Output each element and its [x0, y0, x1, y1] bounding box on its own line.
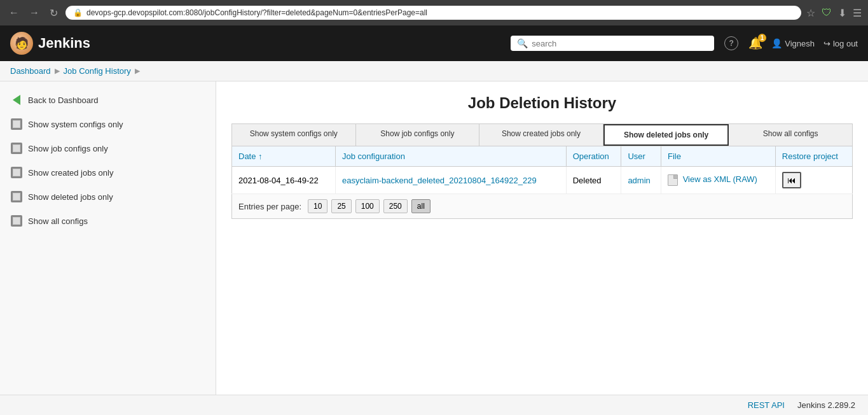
data-table: Date ↑ Job configuration Operation User …	[231, 146, 853, 194]
col-date[interactable]: Date ↑	[232, 146, 336, 167]
job-configs-icon	[10, 142, 23, 155]
xml-file-icon	[668, 174, 678, 186]
filter-tab-all-configs[interactable]: Show all configs	[729, 124, 852, 146]
page-title: Job Deletion History	[231, 94, 853, 112]
system-configs-icon	[10, 118, 23, 130]
filter-tab-created-jobs[interactable]: Show created jobs only	[479, 124, 603, 146]
menu-icon[interactable]: ☰	[853, 7, 862, 19]
back-button[interactable]: ←	[6, 6, 22, 20]
cell-date: 2021-08-04_16-49-22	[232, 167, 336, 194]
cell-user: admin	[621, 167, 661, 194]
logout-icon: ↪	[823, 39, 830, 48]
sidebar-system-configs-label: Show system configs only	[28, 120, 123, 129]
sidebar: Back to Dashboard Show system configs on…	[0, 81, 216, 395]
entries-250-btn[interactable]: 250	[383, 199, 408, 213]
sidebar-item-job-configs[interactable]: Show job configs only	[0, 136, 216, 160]
bookmark-icon[interactable]: ☆	[806, 7, 815, 19]
filter-tab-job-configs[interactable]: Show job configs only	[356, 124, 480, 146]
breadcrumb-sep1: ▶	[55, 67, 60, 75]
search-icon: 🔍	[517, 38, 528, 48]
download-icon[interactable]: ⬇	[838, 7, 846, 19]
col-user: User	[621, 146, 661, 167]
jenkins-header: 🧑 Jenkins 🔍 ? 🔔 1 👤 Vignesh ↪ log out	[0, 25, 868, 61]
jenkins-logo: 🧑 Jenkins	[10, 32, 90, 55]
breadcrumb-sep2: ▶	[135, 67, 140, 75]
view-xml-link[interactable]: View as XML	[683, 174, 731, 184]
breadcrumb: Dashboard ▶ Job Config History ▶	[0, 61, 868, 81]
sidebar-item-created-jobs[interactable]: Show created jobs only	[0, 160, 216, 185]
browser-icons: ☆ 🛡 ⬇ ☰	[806, 7, 862, 19]
breadcrumb-job-config-history[interactable]: Job Config History	[64, 66, 131, 76]
table-row: 2021-08-04_16-49-22 easyclaim-backend_de…	[232, 167, 853, 194]
user-icon: 👤	[771, 38, 782, 48]
sidebar-back-label: Back to Dashboard	[28, 95, 99, 105]
cell-job-config: easyclaim-backend_deleted_20210804_16492…	[335, 167, 566, 194]
sidebar-back-to-dashboard[interactable]: Back to Dashboard	[0, 88, 216, 112]
breadcrumb-dashboard[interactable]: Dashboard	[10, 66, 51, 76]
filter-tab-deleted-jobs[interactable]: Show deleted jobs only	[603, 124, 729, 146]
sidebar-all-configs-label: Show all configs	[28, 216, 88, 226]
entries-100-btn[interactable]: 100	[355, 199, 380, 213]
main-layout: Back to Dashboard Show system configs on…	[0, 81, 868, 395]
refresh-button[interactable]: ↻	[47, 6, 60, 20]
header-search-box[interactable]: 🔍	[511, 36, 714, 51]
jenkins-logo-icon: 🧑	[10, 32, 33, 55]
sidebar-job-configs-label: Show job configs only	[28, 144, 108, 153]
cell-operation: Deleted	[566, 167, 621, 194]
rest-api-link[interactable]: REST API	[748, 400, 785, 410]
sidebar-item-deleted-jobs[interactable]: Show deleted jobs only	[0, 185, 216, 209]
help-button[interactable]: ?	[724, 36, 738, 50]
username-label: Vignesh	[785, 39, 815, 48]
forward-button[interactable]: →	[27, 6, 42, 20]
search-input[interactable]	[532, 39, 708, 48]
cell-restore: ⏮	[775, 167, 852, 194]
col-file: File	[661, 146, 776, 167]
entries-label: Entries per page:	[238, 202, 301, 211]
notification-bell[interactable]: 🔔 1	[748, 36, 762, 50]
entries-all-btn[interactable]: all	[411, 199, 431, 213]
address-bar[interactable]: 🔒 devops-gcp.devopspilot.com:8080/jobCon…	[65, 6, 801, 20]
sidebar-deleted-jobs-label: Show deleted jobs only	[28, 192, 113, 202]
sidebar-item-system-configs[interactable]: Show system configs only	[0, 112, 216, 136]
notification-badge: 1	[758, 34, 767, 42]
restore-button[interactable]: ⏮	[782, 172, 801, 188]
col-job-config[interactable]: Job configuration	[335, 146, 566, 167]
col-restore: Restore project	[775, 146, 852, 167]
filter-tab-system-configs[interactable]: Show system configs only	[232, 124, 356, 146]
jenkins-version: Jenkins 2.289.2	[797, 400, 855, 410]
user-menu[interactable]: 👤 Vignesh	[771, 38, 815, 48]
raw-label[interactable]: (RAW)	[733, 174, 757, 184]
created-jobs-icon	[10, 166, 23, 179]
filter-tabs: Show system configs only Show job config…	[231, 123, 853, 146]
jenkins-title: Jenkins	[38, 35, 90, 52]
entries-per-page-row: Entries per page: 10 25 100 250 all	[231, 194, 853, 219]
job-config-link[interactable]: easyclaim-backend_deleted_20210804_16492…	[342, 176, 537, 185]
logout-label: log out	[833, 39, 858, 48]
cell-file: View as XML (RAW)	[661, 167, 776, 194]
header-right: 🔔 1 👤 Vignesh ↪ log out	[748, 36, 858, 50]
deleted-jobs-icon	[10, 190, 23, 203]
logout-button[interactable]: ↪ log out	[823, 39, 858, 48]
entries-25-btn[interactable]: 25	[331, 199, 351, 213]
browser-chrome: ← → ↻ 🔒 devops-gcp.devopspilot.com:8080/…	[0, 0, 868, 25]
sidebar-item-all-configs[interactable]: Show all configs	[0, 209, 216, 233]
shield-icon: 🛡	[822, 7, 832, 18]
url-text: devops-gcp.devopspilot.com:8080/jobConfi…	[86, 8, 427, 17]
footer: REST API Jenkins 2.289.2	[0, 395, 868, 415]
entries-10-btn[interactable]: 10	[308, 199, 327, 213]
back-arrow-icon	[10, 94, 23, 106]
sidebar-created-jobs-label: Show created jobs only	[28, 168, 113, 178]
all-configs-icon	[10, 215, 23, 227]
user-link[interactable]: admin	[628, 176, 650, 185]
content-area: Job Deletion History Show system configs…	[216, 81, 868, 395]
col-operation: Operation	[566, 146, 621, 167]
